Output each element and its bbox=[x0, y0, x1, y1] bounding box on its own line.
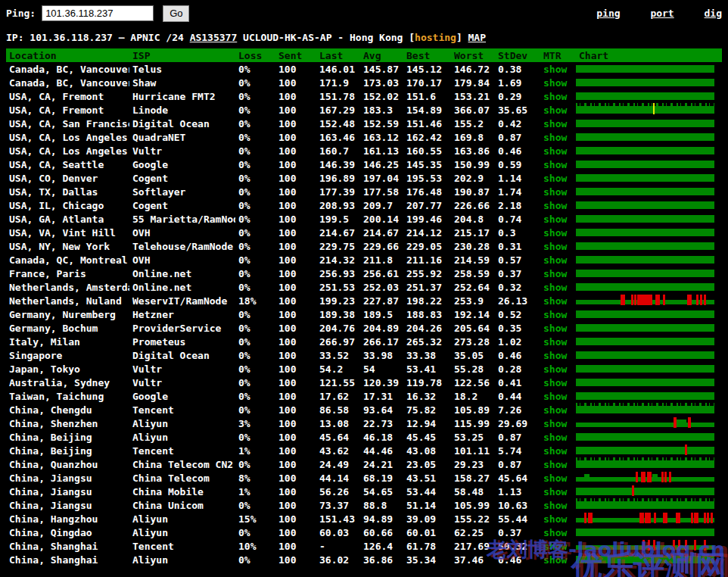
go-button[interactable]: Go bbox=[163, 5, 189, 22]
sent-cell: 100 bbox=[275, 158, 316, 171]
mtr-show-link[interactable]: show bbox=[543, 445, 567, 457]
ping-input[interactable] bbox=[42, 5, 154, 21]
mtr-show-link[interactable]: show bbox=[543, 350, 567, 361]
table-row: USA, CA, Los Angeles Vultr 0% 100 160.7 … bbox=[6, 144, 722, 158]
map-link[interactable]: MAP bbox=[468, 32, 486, 43]
mtr-show-link[interactable]: show bbox=[543, 527, 567, 538]
top-nav: ping port dig bbox=[572, 8, 722, 19]
stdev-cell: 0.38 bbox=[495, 62, 540, 76]
ping-label: Ping: bbox=[6, 8, 36, 19]
mtr-show-link[interactable]: show bbox=[543, 200, 567, 211]
best-cell: 214.12 bbox=[403, 226, 451, 239]
mtr-cell: show bbox=[540, 335, 576, 348]
best-cell: 60.01 bbox=[403, 526, 451, 539]
mtr-show-link[interactable]: show bbox=[543, 186, 567, 198]
loss-cell: 0% bbox=[235, 144, 275, 158]
best-cell: 33.38 bbox=[403, 348, 451, 362]
stdev-cell: 1.74 bbox=[495, 185, 540, 198]
mtr-show-link[interactable]: show bbox=[543, 500, 567, 511]
port-tab-link[interactable]: port bbox=[650, 8, 674, 19]
loss-cell: 1% bbox=[235, 485, 275, 498]
dig-tab-link[interactable]: dig bbox=[705, 8, 722, 19]
asn-link[interactable]: AS135377 bbox=[190, 32, 238, 43]
mtr-show-link[interactable]: show bbox=[543, 227, 567, 239]
mtr-show-link[interactable]: show bbox=[543, 132, 567, 143]
stdev-cell: 0.37 bbox=[495, 526, 540, 539]
stdev-cell: 0.46 bbox=[495, 348, 540, 362]
mtr-show-link[interactable]: show bbox=[543, 486, 567, 497]
mtr-show-link[interactable]: show bbox=[543, 459, 567, 470]
mtr-cell: show bbox=[540, 485, 576, 498]
mtr-show-link[interactable]: show bbox=[543, 432, 567, 443]
sent-cell: 100 bbox=[275, 185, 316, 198]
isp-cell: ProviderService bbox=[129, 321, 235, 335]
latency-chart bbox=[576, 362, 714, 376]
stdev-cell: 0.57 bbox=[495, 253, 540, 267]
location-cell: Italy, Milan bbox=[6, 335, 129, 348]
mtr-cell: show bbox=[540, 321, 576, 335]
mtr-show-link[interactable]: show bbox=[543, 268, 567, 279]
mtr-show-link[interactable]: show bbox=[543, 282, 567, 293]
worst-cell: 155.2 bbox=[451, 117, 495, 130]
mtr-show-link[interactable]: show bbox=[543, 241, 567, 252]
location-cell: China, Jiangsu bbox=[6, 471, 129, 485]
mtr-show-link[interactable]: show bbox=[543, 377, 567, 388]
last-cell: 214.32 bbox=[316, 253, 360, 267]
mtr-show-link[interactable]: show bbox=[543, 77, 567, 89]
avg-cell: 120.39 bbox=[360, 376, 403, 389]
mtr-show-link[interactable]: show bbox=[543, 159, 567, 170]
location-cell: China, Qingdao bbox=[6, 526, 129, 539]
mtr-show-link[interactable]: show bbox=[543, 91, 567, 102]
table-row: China, Shanghai Aliyun 0% 100 36.02 36.8… bbox=[6, 553, 722, 566]
sent-cell: 100 bbox=[275, 321, 316, 335]
sent-cell: 100 bbox=[275, 144, 316, 158]
mtr-show-link[interactable]: show bbox=[543, 64, 567, 75]
mtr-show-link[interactable]: show bbox=[543, 323, 567, 334]
mtr-show-link[interactable]: show bbox=[543, 418, 567, 429]
stdev-cell: 5.74 bbox=[495, 444, 540, 457]
loss-cell: 0% bbox=[235, 89, 275, 103]
mtr-show-link[interactable]: show bbox=[543, 554, 567, 566]
mtr-show-link[interactable]: show bbox=[543, 391, 567, 402]
stdev-cell: 1.14 bbox=[495, 171, 540, 185]
loss-cell: 0% bbox=[235, 239, 275, 253]
loss-cell: 0% bbox=[235, 553, 275, 566]
isp-cell: Telus bbox=[129, 62, 235, 76]
isp-cell: Aliyun bbox=[129, 512, 235, 526]
sent-cell: 100 bbox=[275, 457, 316, 471]
sent-cell: 100 bbox=[275, 362, 316, 376]
mtr-show-link[interactable]: show bbox=[543, 513, 567, 525]
avg-cell: 173.03 bbox=[360, 76, 403, 89]
header-stdev: StDev bbox=[495, 48, 540, 62]
location-cell: Germany, Bochum bbox=[6, 321, 129, 335]
sent-cell: 100 bbox=[275, 403, 316, 416]
ping-tab-link[interactable]: ping bbox=[596, 8, 620, 19]
worst-cell: 226.66 bbox=[451, 198, 495, 212]
loss-cell: 18% bbox=[235, 294, 275, 307]
mtr-cell: show bbox=[540, 89, 576, 103]
mtr-show-link[interactable]: show bbox=[543, 541, 567, 552]
latency-chart bbox=[576, 512, 714, 526]
isp-cell: China Telecom bbox=[129, 471, 235, 485]
mtr-show-link[interactable]: show bbox=[543, 295, 567, 307]
mtr-show-link[interactable]: show bbox=[543, 214, 567, 225]
mtr-show-link[interactable]: show bbox=[543, 309, 567, 320]
loss-cell: 0% bbox=[235, 226, 275, 239]
mtr-show-link[interactable]: show bbox=[543, 145, 567, 157]
isp-cell: Aliyun bbox=[129, 430, 235, 444]
mtr-show-link[interactable]: show bbox=[543, 473, 567, 484]
location-cell: France, Paris bbox=[6, 267, 129, 280]
mtr-show-link[interactable]: show bbox=[543, 118, 567, 129]
ip-info-line: IP: 101.36.118.237 — APNIC /24 AS135377 … bbox=[0, 21, 728, 41]
last-cell: 33.52 bbox=[316, 348, 360, 362]
table-row: USA, VA, Vint Hill OVH 0% 100 214.67 214… bbox=[6, 226, 722, 239]
mtr-show-link[interactable]: show bbox=[543, 254, 567, 266]
mtr-show-link[interactable]: show bbox=[543, 336, 567, 348]
loss-cell: 0% bbox=[235, 76, 275, 89]
loss-cell: 0% bbox=[235, 62, 275, 76]
mtr-cell: show bbox=[540, 103, 576, 117]
mtr-show-link[interactable]: show bbox=[543, 173, 567, 184]
mtr-show-link[interactable]: show bbox=[543, 363, 567, 375]
mtr-show-link[interactable]: show bbox=[543, 104, 567, 116]
mtr-show-link[interactable]: show bbox=[543, 404, 567, 416]
